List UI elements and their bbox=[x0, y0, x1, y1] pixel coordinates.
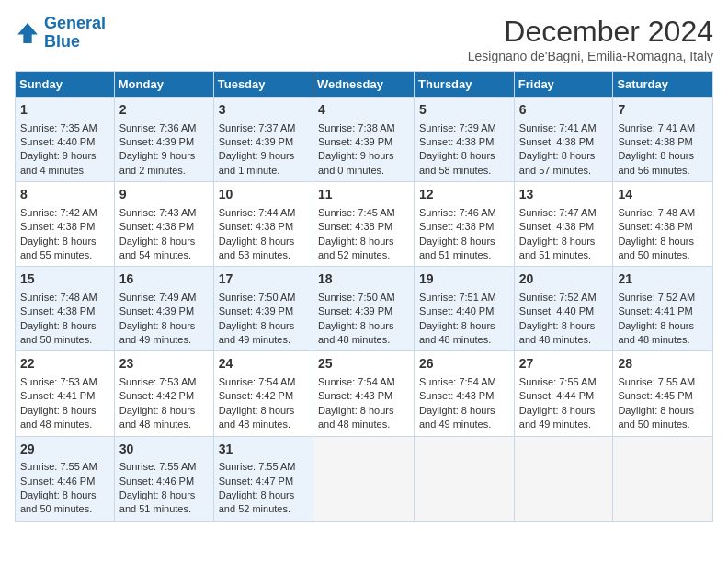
calendar-day-cell: 11Sunrise: 7:45 AMSunset: 4:38 PMDayligh… bbox=[313, 182, 414, 267]
calendar-day-cell: 7Sunrise: 7:41 AMSunset: 4:38 PMDaylight… bbox=[613, 98, 713, 182]
logo: General Blue bbox=[15, 15, 106, 52]
calendar-week-row: 1Sunrise: 7:35 AMSunset: 4:40 PMDaylight… bbox=[16, 98, 713, 182]
calendar-day-cell: 31Sunrise: 7:55 AMSunset: 4:47 PMDayligh… bbox=[213, 436, 313, 521]
day-number: 29 bbox=[20, 441, 109, 459]
calendar-day-cell: 30Sunrise: 7:55 AMSunset: 4:46 PMDayligh… bbox=[114, 436, 213, 521]
calendar-day-cell: 16Sunrise: 7:49 AMSunset: 4:39 PMDayligh… bbox=[114, 267, 213, 351]
calendar-day-cell: 5Sunrise: 7:39 AMSunset: 4:38 PMDaylight… bbox=[415, 98, 515, 182]
day-number: 2 bbox=[119, 101, 209, 120]
calendar-day-cell: 21Sunrise: 7:52 AMSunset: 4:41 PMDayligh… bbox=[613, 267, 713, 351]
logo-icon bbox=[15, 20, 40, 46]
calendar-day-cell: 2Sunrise: 7:36 AMSunset: 4:39 PMDaylight… bbox=[114, 98, 213, 182]
day-number: 19 bbox=[419, 270, 509, 289]
calendar-header: SundayMondayTuesdayWednesdayThursdayFrid… bbox=[16, 72, 713, 98]
calendar-day-cell: 17Sunrise: 7:50 AMSunset: 4:39 PMDayligh… bbox=[213, 267, 313, 351]
calendar-table: SundayMondayTuesdayWednesdayThursdayFrid… bbox=[15, 71, 713, 522]
calendar-day-cell: 15Sunrise: 7:48 AMSunset: 4:38 PMDayligh… bbox=[16, 267, 115, 351]
day-number: 18 bbox=[318, 270, 409, 289]
header-day: Wednesday bbox=[313, 72, 414, 98]
day-number: 24 bbox=[219, 355, 308, 373]
calendar-day-cell: 6Sunrise: 7:41 AMSunset: 4:38 PMDaylight… bbox=[514, 98, 613, 182]
day-number: 3 bbox=[219, 101, 308, 120]
day-number: 9 bbox=[119, 186, 209, 204]
svg-marker-0 bbox=[17, 23, 38, 43]
calendar-day-cell: 1Sunrise: 7:35 AMSunset: 4:40 PMDaylight… bbox=[16, 98, 115, 182]
calendar-day-cell: 25Sunrise: 7:54 AMSunset: 4:43 PMDayligh… bbox=[313, 351, 414, 436]
logo-line1: General bbox=[44, 14, 106, 32]
day-number: 7 bbox=[618, 101, 708, 120]
calendar-day-cell bbox=[313, 436, 414, 521]
calendar-day-cell: 19Sunrise: 7:51 AMSunset: 4:40 PMDayligh… bbox=[415, 267, 515, 351]
header-day: Monday bbox=[114, 72, 213, 98]
logo-text: General Blue bbox=[44, 15, 106, 52]
day-number: 11 bbox=[318, 186, 409, 204]
day-number: 5 bbox=[419, 101, 509, 120]
day-number: 31 bbox=[219, 441, 308, 459]
day-number: 8 bbox=[20, 186, 109, 204]
calendar-day-cell: 8Sunrise: 7:42 AMSunset: 4:38 PMDaylight… bbox=[16, 182, 115, 267]
calendar-body: 1Sunrise: 7:35 AMSunset: 4:40 PMDaylight… bbox=[16, 98, 713, 522]
calendar-day-cell: 14Sunrise: 7:48 AMSunset: 4:38 PMDayligh… bbox=[613, 182, 713, 267]
calendar-day-cell: 20Sunrise: 7:52 AMSunset: 4:40 PMDayligh… bbox=[514, 267, 613, 351]
day-number: 23 bbox=[119, 355, 209, 373]
day-number: 4 bbox=[318, 101, 409, 120]
calendar-day-cell: 29Sunrise: 7:55 AMSunset: 4:46 PMDayligh… bbox=[16, 436, 115, 521]
day-number: 22 bbox=[20, 355, 109, 373]
header-day: Thursday bbox=[415, 72, 515, 98]
title-block: December 2024 Lesignano de'Bagni, Emilia… bbox=[468, 15, 713, 63]
day-number: 10 bbox=[219, 186, 308, 204]
calendar-day-cell: 28Sunrise: 7:55 AMSunset: 4:45 PMDayligh… bbox=[613, 351, 713, 436]
calendar-day-cell: 12Sunrise: 7:46 AMSunset: 4:38 PMDayligh… bbox=[415, 182, 515, 267]
location-subtitle: Lesignano de'Bagni, Emilia-Romagna, Ital… bbox=[468, 49, 713, 63]
calendar-day-cell: 23Sunrise: 7:53 AMSunset: 4:42 PMDayligh… bbox=[114, 351, 213, 436]
calendar-week-row: 29Sunrise: 7:55 AMSunset: 4:46 PMDayligh… bbox=[16, 436, 713, 521]
header-row: SundayMondayTuesdayWednesdayThursdayFrid… bbox=[16, 72, 713, 98]
calendar-day-cell bbox=[613, 436, 713, 521]
calendar-week-row: 22Sunrise: 7:53 AMSunset: 4:41 PMDayligh… bbox=[16, 351, 713, 436]
day-number: 26 bbox=[419, 355, 509, 373]
day-number: 13 bbox=[519, 186, 609, 204]
header-day: Friday bbox=[514, 72, 613, 98]
day-number: 20 bbox=[519, 270, 609, 289]
calendar-day-cell: 18Sunrise: 7:50 AMSunset: 4:39 PMDayligh… bbox=[313, 267, 414, 351]
header-day: Saturday bbox=[613, 72, 713, 98]
day-number: 25 bbox=[318, 355, 409, 373]
day-number: 16 bbox=[119, 270, 209, 289]
day-number: 21 bbox=[618, 270, 708, 289]
calendar-day-cell bbox=[514, 436, 613, 521]
page-header: General Blue December 2024 Lesignano de'… bbox=[15, 15, 713, 63]
month-title: December 2024 bbox=[468, 15, 713, 49]
calendar-day-cell: 22Sunrise: 7:53 AMSunset: 4:41 PMDayligh… bbox=[16, 351, 115, 436]
calendar-day-cell: 13Sunrise: 7:47 AMSunset: 4:38 PMDayligh… bbox=[514, 182, 613, 267]
day-number: 1 bbox=[20, 101, 109, 120]
calendar-day-cell: 3Sunrise: 7:37 AMSunset: 4:39 PMDaylight… bbox=[213, 98, 313, 182]
calendar-day-cell: 4Sunrise: 7:38 AMSunset: 4:39 PMDaylight… bbox=[313, 98, 414, 182]
day-number: 6 bbox=[519, 101, 609, 120]
header-day: Sunday bbox=[16, 72, 115, 98]
calendar-week-row: 15Sunrise: 7:48 AMSunset: 4:38 PMDayligh… bbox=[16, 267, 713, 351]
logo-line2: Blue bbox=[44, 32, 80, 51]
calendar-day-cell bbox=[415, 436, 515, 521]
day-number: 15 bbox=[20, 270, 109, 289]
day-number: 14 bbox=[618, 186, 708, 204]
day-number: 12 bbox=[419, 186, 509, 204]
calendar-day-cell: 26Sunrise: 7:54 AMSunset: 4:43 PMDayligh… bbox=[415, 351, 515, 436]
day-number: 28 bbox=[618, 355, 708, 373]
day-number: 17 bbox=[219, 270, 308, 289]
calendar-day-cell: 24Sunrise: 7:54 AMSunset: 4:42 PMDayligh… bbox=[213, 351, 313, 436]
day-number: 27 bbox=[519, 355, 609, 373]
calendar-day-cell: 10Sunrise: 7:44 AMSunset: 4:38 PMDayligh… bbox=[213, 182, 313, 267]
day-number: 30 bbox=[119, 441, 209, 459]
calendar-week-row: 8Sunrise: 7:42 AMSunset: 4:38 PMDaylight… bbox=[16, 182, 713, 267]
calendar-day-cell: 27Sunrise: 7:55 AMSunset: 4:44 PMDayligh… bbox=[514, 351, 613, 436]
header-day: Tuesday bbox=[213, 72, 313, 98]
calendar-day-cell: 9Sunrise: 7:43 AMSunset: 4:38 PMDaylight… bbox=[114, 182, 213, 267]
